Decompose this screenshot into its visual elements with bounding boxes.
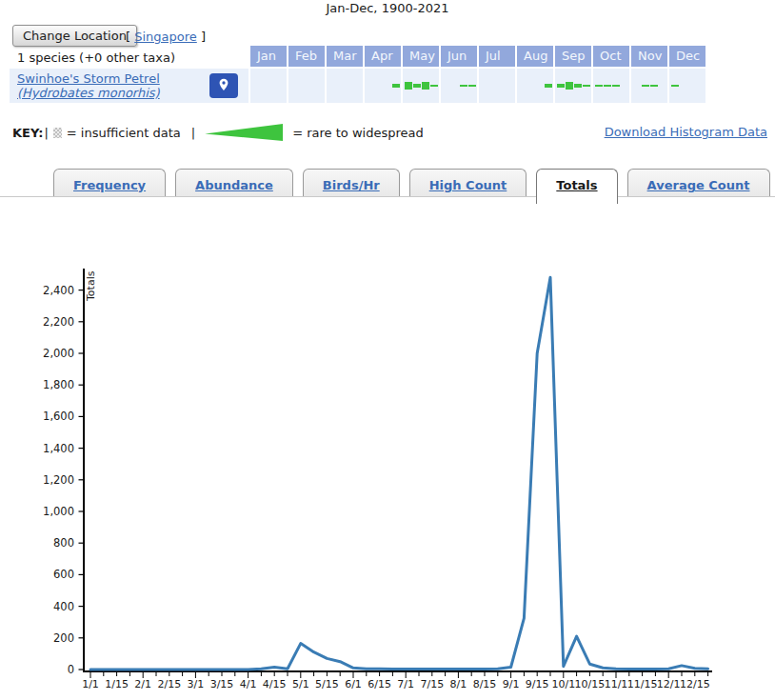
y-tick-label: 1,800: [43, 378, 74, 391]
x-tick-label: 2/1: [134, 678, 151, 690]
month-header-may: May: [403, 46, 439, 67]
x-tick-label: 10/15: [575, 678, 606, 690]
download-histogram-data-link[interactable]: Download Histogram Data: [605, 125, 767, 139]
abundance-bar-icon: [595, 85, 603, 87]
histogram-slot: [374, 69, 383, 103]
species-scientific-name-link[interactable]: (Hydrobates monorhis): [17, 86, 160, 100]
histogram-slot: [573, 69, 582, 103]
histogram-slot: [506, 69, 514, 103]
histogram-slot: [594, 69, 603, 103]
key-label: KEY:: [12, 126, 43, 140]
histogram-slot: [404, 69, 412, 103]
y-axis-title: Totals: [85, 270, 97, 302]
abundance-bar-icon: [392, 84, 400, 88]
y-tick-label: 800: [53, 536, 74, 550]
y-tick-label: 200: [53, 631, 74, 645]
x-tick-label: 3/15: [210, 678, 234, 690]
abundance-bar-icon: [566, 82, 573, 90]
species-common-name-link[interactable]: Swinhoe's Storm Petrel: [17, 71, 160, 86]
abundance-bar-icon: [612, 85, 620, 87]
x-tick-label: 9/1: [503, 678, 520, 690]
x-tick-label: 3/1: [188, 678, 205, 690]
histogram-slot: [527, 69, 535, 103]
histogram-cell-jul: [479, 69, 515, 103]
y-tick-label: 600: [53, 568, 74, 581]
location-link[interactable]: Singapore: [134, 30, 197, 44]
histogram-cell-sep: [555, 69, 591, 103]
histogram-slot: [620, 69, 628, 103]
histogram-slot: [328, 69, 336, 103]
tab-label: High Count: [429, 178, 507, 192]
species-count-summary: 1 species (+0 other taxa): [17, 50, 175, 65]
x-tick-label: 9/15: [526, 678, 549, 690]
totals-data-line: [90, 277, 708, 670]
date-range-title: Jan-Dec, 1900-2021: [0, 1, 775, 15]
x-tick-label: 7/1: [397, 678, 414, 690]
histogram-slot: [315, 69, 324, 103]
y-tick-label: 1,600: [43, 410, 74, 423]
x-tick-label: 4/15: [263, 678, 287, 690]
bracket-close: ]: [201, 30, 206, 44]
histogram-cell-nov: [631, 69, 667, 103]
tab-label: Totals: [556, 178, 597, 192]
tab-totals[interactable]: Totals: [536, 169, 617, 204]
tab-average-count[interactable]: Average Count: [627, 169, 770, 196]
x-tick-label: 12/1: [657, 678, 681, 690]
histogram-slot: [603, 69, 611, 103]
month-header-oct: Oct: [593, 46, 629, 67]
month-header-feb: Feb: [288, 46, 325, 67]
x-tick-label: 11/15: [627, 678, 658, 690]
rare-to-widespread-wedge-icon: [205, 124, 283, 141]
change-location-button[interactable]: Change Location: [12, 25, 137, 47]
species-row: Swinhoe's Storm Petrel (Hydrobates monor…: [10, 69, 705, 103]
histogram-slot: [632, 69, 641, 103]
histogram-cell-oct: [593, 69, 629, 103]
abundance-bar-icon: [413, 84, 421, 88]
tab-high-count[interactable]: High Count: [409, 169, 527, 196]
tab-frequency[interactable]: Frequency: [53, 169, 166, 196]
current-location: [ Singapore ]: [126, 30, 206, 44]
y-tick-label: 1,200: [43, 473, 74, 487]
histogram-cell-feb: [288, 69, 325, 103]
histogram-slot: [480, 69, 488, 103]
month-header-nov: Nov: [631, 46, 667, 67]
histogram-slot: [658, 69, 666, 103]
histogram-slot: [565, 69, 573, 103]
histogram-slot: [268, 69, 277, 103]
tab-abundance[interactable]: Abundance: [175, 169, 293, 196]
x-tick-label: 1/15: [105, 678, 129, 690]
histogram-slot: [679, 69, 687, 103]
x-tick-label: 11/1: [605, 678, 628, 690]
month-header-jul: Jul: [479, 46, 515, 67]
histogram-slot: [383, 69, 391, 103]
histogram-slot: [345, 69, 353, 103]
x-tick-label: 8/15: [473, 678, 497, 690]
histogram-slot: [391, 69, 400, 103]
histogram-slot: [421, 69, 429, 103]
histogram-cell-dec: [669, 69, 705, 103]
histogram-slot: [366, 69, 374, 103]
histogram-slot: [518, 69, 527, 103]
map-pin-icon: [214, 76, 233, 95]
histogram-slot: [611, 69, 620, 103]
tab-birds-hr[interactable]: Birds/Hr: [303, 169, 400, 196]
month-header-sep: Sep: [555, 46, 591, 67]
histogram-slot: [544, 69, 552, 103]
histogram-slot: [696, 69, 705, 103]
abundance-bar-icon: [583, 85, 590, 87]
tab-label: Average Count: [647, 178, 750, 192]
abundance-bar-icon: [604, 85, 611, 87]
histogram-cell-jan: [250, 69, 287, 103]
abundance-bar-icon: [460, 85, 467, 87]
histogram-slot: [336, 69, 345, 103]
histogram-slot: [582, 69, 590, 103]
month-header-jun: Jun: [441, 46, 477, 67]
histogram-slot: [459, 69, 467, 103]
y-tick-label: 1,000: [43, 505, 74, 518]
species-map-button[interactable]: [209, 73, 238, 98]
abundance-bar-icon: [405, 82, 412, 90]
abundance-bar-icon: [671, 85, 679, 87]
x-tick-label: 6/15: [368, 678, 391, 690]
histogram-cell-apr: [365, 69, 401, 103]
abundance-bar-icon: [650, 85, 658, 87]
